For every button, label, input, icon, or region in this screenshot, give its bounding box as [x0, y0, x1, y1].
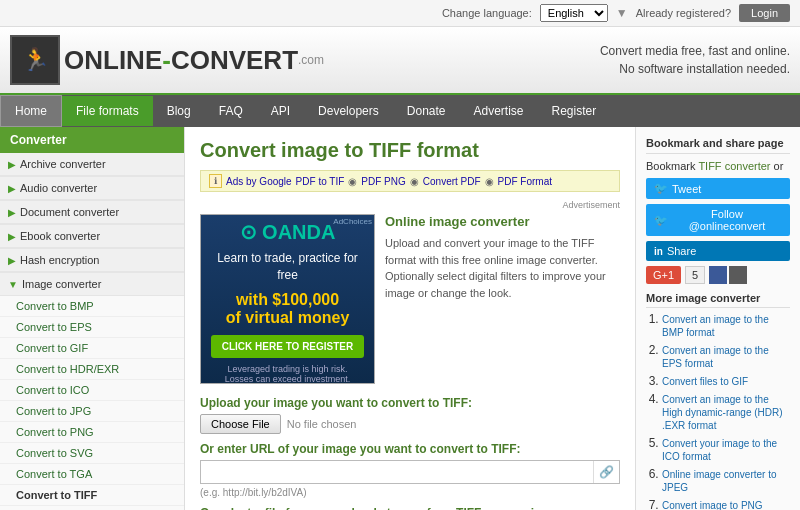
nav-item-blog[interactable]: Blog: [153, 96, 205, 126]
ads-link-3[interactable]: Convert PDF: [423, 176, 481, 187]
more-link-ico[interactable]: Convert your image to the ICO format: [662, 437, 790, 463]
logo-dash: -: [162, 45, 171, 75]
upload-label-text: Upload your image you want to convert to…: [200, 396, 472, 410]
gplus-label: G+1: [653, 269, 674, 281]
nav-item-advertise[interactable]: Advertise: [460, 96, 538, 126]
ad-amount: with $100,000of virtual money: [226, 291, 350, 327]
ads-separator-3: ◉: [485, 176, 494, 187]
bookmark-text: Bookmark TIFF converter or: [646, 160, 790, 172]
sidebar-header-audio[interactable]: ▶ Audio converter: [0, 177, 184, 200]
sidebar-label-image: Image converter: [22, 278, 101, 290]
login-button[interactable]: Login: [739, 4, 790, 22]
cloud-label-text: Or select a file from your cloud storage…: [200, 506, 553, 510]
arrow-icon-archive: ▶: [8, 159, 16, 170]
language-select[interactable]: English German French: [540, 4, 608, 22]
choose-file-button[interactable]: Choose File: [200, 414, 281, 434]
sidebar-section-audio: ▶ Audio converter: [0, 177, 184, 201]
sidebar-label-document: Document converter: [20, 206, 119, 218]
tweet-label: Tweet: [672, 183, 701, 195]
dropdown-arrow-icon: ▼: [616, 6, 628, 20]
arrow-icon-image: ▼: [8, 279, 18, 290]
linkedin-icon: in: [654, 246, 663, 257]
change-language-label: Change language:: [442, 7, 532, 19]
sidebar-item-jpg[interactable]: Convert to JPG: [0, 401, 184, 422]
upload-label: Upload your image you want to convert to…: [200, 396, 620, 410]
nav-item-api[interactable]: API: [257, 96, 304, 126]
sidebar-header-image[interactable]: ▼ Image converter: [0, 273, 184, 296]
sidebar-item-ico[interactable]: Convert to ICO: [0, 380, 184, 401]
url-label: Or enter URL of your image you want to c…: [200, 442, 620, 456]
sidebar-header-archive[interactable]: ▶ Archive converter: [0, 153, 184, 176]
upload-section: Upload your image you want to convert to…: [200, 396, 620, 510]
more-link-hdr[interactable]: Convert an image to the High dynamic-ran…: [662, 393, 790, 432]
social-icons-row: [709, 266, 747, 284]
main-layout: Converter ▶ Archive converter ▶ Audio co…: [0, 127, 800, 510]
logo-area: 🏃 ONLINE-CONVERT.com: [10, 35, 324, 85]
tiff-converter-link[interactable]: TIFF converter: [698, 160, 770, 172]
nav-item-home[interactable]: Home: [0, 95, 62, 127]
sidebar-header-document[interactable]: ▶ Document converter: [0, 201, 184, 224]
follow-button[interactable]: 🐦 Follow @onlineconvert: [646, 204, 790, 236]
more-link-bmp[interactable]: Convert an image to the BMP format: [662, 313, 790, 339]
more-link-png[interactable]: Convert image to PNG: [662, 499, 790, 510]
nav-item-faq[interactable]: FAQ: [205, 96, 257, 126]
ads-bar: ℹ Ads by Google PDF to TIF ◉ PDF PNG ◉ C…: [200, 170, 620, 192]
cloud-label: Or select a file from your cloud storage…: [200, 506, 620, 510]
sidebar-item-svg[interactable]: Convert to SVG: [0, 443, 184, 464]
ads-info-icon: ℹ: [209, 174, 222, 188]
url-hint: (e.g. http://bit.ly/b2dIVA): [200, 487, 620, 498]
top-bar: Change language: English German French ▼…: [0, 0, 800, 27]
bookmark-suffix: or: [771, 160, 784, 172]
no-file-text: No file chosen: [287, 418, 357, 430]
nav-item-register[interactable]: Register: [538, 96, 611, 126]
already-registered-text: Already registered?: [636, 7, 731, 19]
linkedin-share-button[interactable]: in Share: [646, 241, 790, 261]
more-link-gif[interactable]: Convert files to GIF: [662, 375, 790, 388]
ads-link-4[interactable]: PDF Format: [498, 176, 552, 187]
url-input-row: 🔗: [200, 460, 620, 484]
url-input[interactable]: [201, 462, 593, 482]
more-link-jpeg[interactable]: Online image converter to JPEG: [662, 468, 790, 494]
arrow-icon-document: ▶: [8, 207, 16, 218]
ad-register-button[interactable]: CLICK HERE TO REGISTER: [211, 335, 364, 358]
logo-text: ONLINE-CONVERT.com: [64, 45, 324, 76]
more-social-icon[interactable]: [729, 266, 747, 284]
sidebar-section-hash: ▶ Hash encryption: [0, 249, 184, 273]
share-label: Share: [667, 245, 696, 257]
nav-item-developers[interactable]: Developers: [304, 96, 393, 126]
nav-item-file-formats[interactable]: File formats: [62, 96, 153, 126]
facebook-icon[interactable]: [709, 266, 727, 284]
sidebar-header-ebook[interactable]: ▶ Ebook converter: [0, 225, 184, 248]
ads-link-2[interactable]: PDF PNG: [361, 176, 405, 187]
twitter-icon: 🐦: [654, 182, 668, 195]
header: 🏃 ONLINE-CONVERT.com Convert media free,…: [0, 27, 800, 95]
converter-desc-text: Upload and convert your image to the TIF…: [385, 235, 620, 301]
gplus-button[interactable]: G+1: [646, 266, 681, 284]
header-tagline: Convert media free, fast and online. No …: [600, 42, 790, 78]
sidebar-header-hash[interactable]: ▶ Hash encryption: [0, 249, 184, 272]
sidebar-item-png[interactable]: Convert to PNG: [0, 422, 184, 443]
link-icon: 🔗: [593, 461, 619, 483]
list-item: Convert files to GIF: [662, 374, 790, 388]
ads-link-1[interactable]: PDF to TIF: [296, 176, 345, 187]
nav-item-donate[interactable]: Donate: [393, 96, 460, 126]
more-link-eps[interactable]: Convert an image to the EPS format: [662, 344, 790, 370]
list-item: Convert an image to the BMP format: [662, 312, 790, 339]
tagline-line2: No software installation needed.: [600, 60, 790, 78]
ads-label: Ads by Google: [226, 176, 292, 187]
ads-separator-2: ◉: [410, 176, 419, 187]
logo-box: 🏃: [10, 35, 60, 85]
sidebar-item-bmp[interactable]: Convert to BMP: [0, 296, 184, 317]
sidebar-item-hdr[interactable]: Convert to HDR/EXR: [0, 359, 184, 380]
arrow-icon-hash: ▶: [8, 255, 16, 266]
logo-com: .com: [298, 53, 324, 67]
sidebar-item-tiff[interactable]: Convert to TIFF: [0, 485, 184, 506]
sidebar-item-tga[interactable]: Convert to TGA: [0, 464, 184, 485]
bookmark-prefix: Bookmark: [646, 160, 698, 172]
tweet-button[interactable]: 🐦 Tweet: [646, 178, 790, 199]
sidebar-item-eps[interactable]: Convert to EPS: [0, 317, 184, 338]
sidebar-item-gif[interactable]: Convert to GIF: [0, 338, 184, 359]
gplus-count: 5: [685, 266, 705, 284]
sidebar: Converter ▶ Archive converter ▶ Audio co…: [0, 127, 185, 510]
sidebar-item-wbmp[interactable]: Convert to WBMP: [0, 506, 184, 510]
